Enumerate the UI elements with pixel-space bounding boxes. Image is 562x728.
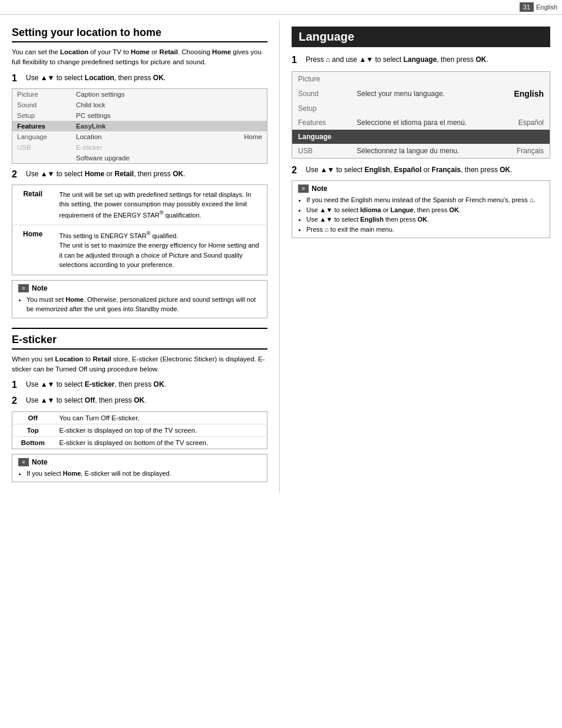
note1-icon: ≡ [18,284,29,292]
note1-box: ≡ Note You must set Home. Otherwise, per… [12,280,267,318]
esticker-off-row: Off You can Turn Off E-sticker. [12,411,267,424]
home-retail-info-table: Retail The unit will be set up with pred… [12,185,267,275]
lang-label-picture: Picture [292,72,351,87]
lang-note-list: If you need the English menu instead of … [298,195,544,234]
lang-menu-usb: USB Sélectionnez la langue du menu. Fran… [292,144,550,159]
menu-row-language: Language Location Home [12,131,267,142]
note2-icon: ≡ [18,458,29,466]
esticker-bottom-label: Bottom [12,436,54,449]
menu-row-features: Features EasyLink [12,121,267,131]
lang-note-item2: Use ▲▼ to select Idioma or Langue, then … [306,205,544,215]
note2-list: If you select Home, E-sticker will not b… [18,469,261,479]
note2-item1: If you select Home, E-sticker will not b… [27,469,261,479]
section2-title: E-sticker [12,334,267,350]
lang-note-label: Note [312,185,328,193]
lang-label-language: Language [292,130,351,144]
section2-step2: 2 Use ▲▼ to select Off, then press OK. [12,395,267,406]
lang-right-setup [499,101,550,116]
section1-step1: 1 Use ▲▼ to select Location, then press … [12,73,267,84]
esticker-top-row: Top E-sticker is displayed on top of the… [12,424,267,436]
retail-row: Retail The unit will be set up with pred… [12,185,267,225]
esticker-options-table: Off You can Turn Off E-sticker. Top E-st… [12,411,267,449]
section2-intro: When you set Location to Retail store, E… [12,354,267,375]
esticker-step2-text: Use ▲▼ to select Off, then press OK. [26,395,147,406]
note2-label: Note [32,458,48,466]
note1-header: ≡ Note [18,284,261,292]
lang-step1-text: Press ⌂ and use ▲▼ to select Language, t… [306,54,488,65]
note2-box: ≡ Note If you select Home, E-sticker wil… [12,454,267,483]
left-column: Setting your location to home You can se… [0,21,280,493]
lang-menu-picture: Picture [292,72,550,87]
esticker-bottom-desc: E-sticker is displayed on bottom of the … [54,436,267,449]
lang-note-item1: If you need the English menu instead of … [306,195,544,205]
lang-right-features: Español [499,116,550,130]
menu-row-sound: Sound Child lock [12,100,267,110]
lang-step1: 1 Press ⌂ and use ▲▼ to select Language,… [292,54,550,65]
section2-step1: 1 Use ▲▼ to select E-sticker, then press… [12,379,267,390]
lang-center-features: Seleccione el idioma para el menú. [351,116,500,130]
step1-num: 1 [12,73,21,84]
lang-label-setup: Setup [292,101,351,116]
right-column: Language 1 Press ⌂ and use ▲▼ to select … [280,21,562,493]
lang-right-usb: Français [499,144,550,159]
lang-label-features: Features [292,116,351,130]
lang-menu-features: Features Seleccione el idioma para el me… [292,116,550,130]
note1-list: You must set Home. Otherwise, personaliz… [18,295,261,314]
retail-desc: The unit will be set up with predefined … [54,185,267,225]
menu-row-setup: Setup PC settings [12,110,267,121]
home-row: Home This setting is ENERGY STAR® qualif… [12,225,267,275]
esticker-top-desc: E-sticker is displayed on top of the TV … [54,424,267,436]
section1-step2: 2 Use ▲▼ to select Home or Retail, then … [12,169,267,180]
lang-center-sound: Select your menu language. [351,86,500,101]
lang-step1-num: 1 [292,54,301,65]
menu-row-software: Software upgrade [12,153,267,163]
lang-note-item3: Use ▲▼ to select English then press OK. [306,215,544,225]
esticker-bottom-row: Bottom E-sticker is displayed on bottom … [12,436,267,449]
section1-title: Setting your location to home [12,27,267,42]
lang-note-box: ≡ Note If you need the English menu inst… [292,180,550,238]
section1-intro: You can set the Location of your TV to H… [12,47,267,68]
lang-center-picture [351,72,500,87]
lang-right-picture [499,72,550,87]
lang-note-icon: ≡ [298,185,309,193]
menu-row-usb: USB E-sticker [12,142,267,153]
note1-item1: You must set Home. Otherwise, personaliz… [27,295,261,314]
step2-num: 2 [12,169,21,180]
lang-label-sound: Sound [292,86,351,101]
esticker-step1-num: 1 [12,379,21,390]
lang-center-setup [351,101,500,116]
esticker-off-desc: You can Turn Off E-sticker. [54,411,267,424]
lang-step2-num: 2 [292,164,301,176]
page-language: English [536,4,557,11]
location-menu-table: Picture Caption settings Sound Child loc… [12,88,267,164]
section-divider [12,328,267,329]
lang-right-sound: English [499,86,550,101]
lang-center-language [351,130,500,144]
page-number: 31 [520,2,534,12]
lang-center-usb: Sélectionnez la langue du menu. [351,144,500,159]
step2-text: Use ▲▼ to select Home or Retail, then pr… [26,169,186,179]
esticker-off-label: Off [12,411,54,424]
lang-step2-text: Use ▲▼ to select English, Español or Fra… [306,164,513,175]
esticker-top-label: Top [12,424,54,436]
language-menu-table: Picture Sound Select your menu language.… [292,71,550,159]
lang-menu-sound: Sound Select your menu language. English [292,86,550,101]
home-desc: This setting is ENERGY STAR® qualified. … [54,225,267,275]
main-content: Setting your location to home You can se… [0,15,562,499]
language-section-title: Language [292,27,550,47]
page-header: 31 English [0,0,562,15]
lang-note-item4: Press ⌂ to exit the main menu. [306,225,544,235]
esticker-step1-text: Use ▲▼ to select E-sticker, then press O… [26,379,166,390]
step1-text: Use ▲▼ to select Location, then press OK… [26,73,166,83]
lang-label-usb: USB [292,144,351,159]
note1-label: Note [32,284,48,292]
lang-right-language [499,130,550,144]
esticker-step2-num: 2 [12,395,21,406]
lang-note-header: ≡ Note [298,185,544,193]
lang-step2: 2 Use ▲▼ to select English, Español or F… [292,164,550,176]
menu-row-picture: Picture Caption settings [12,89,267,100]
note2-header: ≡ Note [18,458,261,466]
lang-menu-setup: Setup [292,101,550,116]
lang-menu-language: Language [292,130,550,144]
